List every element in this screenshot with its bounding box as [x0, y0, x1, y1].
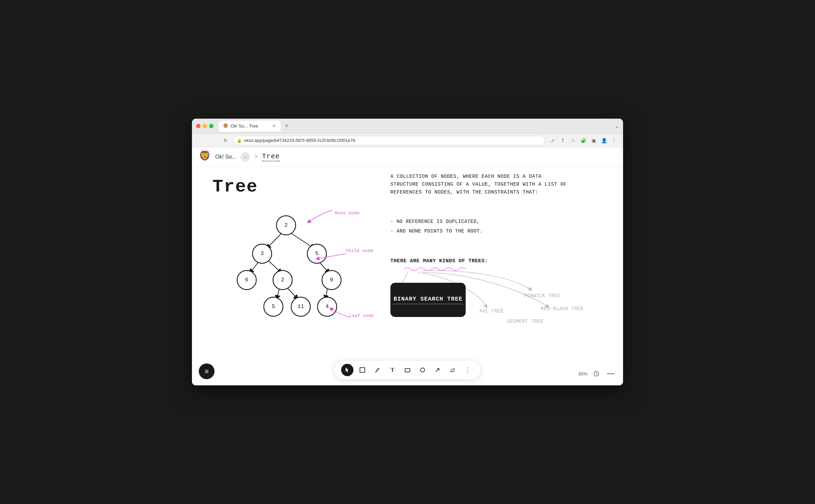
profile-button[interactable]: 👤: [599, 136, 609, 145]
cursor-icon: [344, 367, 350, 373]
bst-card-title: Binary Search Tree: [393, 296, 463, 304]
avl-tree-label: AVL Tree: [479, 308, 504, 314]
maximize-button[interactable]: [209, 124, 214, 128]
menu-button[interactable]: ⋮: [609, 136, 619, 145]
lock-icon: 🔒: [237, 138, 242, 143]
child-arrow: [295, 249, 363, 269]
eraser-tool-button[interactable]: [447, 364, 459, 376]
definition-text: A collection of nodes, where each node i…: [390, 173, 568, 197]
arrow-tool-button[interactable]: [431, 364, 444, 376]
tab-bar: 🦁 Ok! So... Tree ✕ + ⌄: [219, 121, 619, 132]
app-header: 🦁 Ok! So... ··· > Tree: [192, 147, 623, 167]
svg-text:5: 5: [272, 304, 275, 310]
circle-tool-button[interactable]: [416, 364, 429, 376]
tab-title: Ok! So... Tree: [231, 123, 269, 129]
definition-bullets: - No reference is duplicated, - and none…: [390, 217, 568, 236]
share-button[interactable]: ⤒: [558, 136, 568, 145]
zoom-out-button[interactable]: —: [605, 368, 616, 379]
address-bar[interactable]: 🔒 okso.app/page/b4734233-587f-4859-2c2f-…: [233, 136, 545, 145]
zoom-controls: 85% —: [579, 368, 616, 379]
close-button[interactable]: [196, 124, 200, 128]
svg-text:3: 3: [260, 251, 264, 257]
red-black-tree-label: Red-Black Tree: [541, 306, 584, 311]
select-tool-button[interactable]: [356, 364, 368, 376]
history-icon: [593, 371, 599, 377]
more-tools-icon: ⋮: [465, 366, 471, 374]
navbar: ← → ↻ 🔒 okso.app/page/b4734233-587f-4859…: [192, 134, 623, 147]
svg-text:9: 9: [330, 277, 333, 283]
bullet-1: - No reference is duplicated,: [390, 217, 568, 227]
menu-button[interactable]: ≡: [199, 363, 215, 379]
circle-icon: [419, 367, 426, 373]
bookmark-button[interactable]: ☆: [568, 136, 578, 145]
zoom-percentage: 85%: [579, 371, 587, 376]
forward-button[interactable]: →: [208, 136, 218, 145]
segment-tree-label: Segment Tree: [507, 319, 543, 324]
tab-dropdown-button[interactable]: ⌄: [615, 123, 619, 129]
kinds-title: There are many kinds of trees:: [390, 258, 488, 264]
address-text: okso.app/page/b4734233-587f-4859-2c2f-b0…: [244, 138, 541, 143]
browser-window: 🦁 Ok! So... Tree ✕ + ⌄ ← → ↻ 🔒 okso.app/…: [192, 119, 623, 385]
toolbar: T: [334, 361, 481, 379]
root-arrow: [288, 203, 356, 231]
svg-rect-28: [405, 369, 410, 372]
traffic-lights: [196, 124, 214, 128]
page-title: Tree: [212, 177, 258, 197]
select-icon: [359, 367, 365, 373]
svg-line-30: [436, 369, 439, 372]
bst-card[interactable]: Binary Search Tree: [390, 283, 466, 317]
extensions-button[interactable]: 🧩: [579, 136, 588, 145]
eraser-icon: [450, 367, 456, 373]
titlebar: 🦁 Ok! So... Tree ✕ + ⌄: [192, 119, 623, 134]
refresh-button[interactable]: ↻: [221, 136, 230, 145]
tab-favicon: 🦁: [223, 123, 229, 129]
svg-line-3: [267, 260, 281, 273]
pen-tool-button[interactable]: [371, 364, 384, 376]
nav-actions: ⤤ ⤒ ☆ 🧩 ▣ 👤 ⋮: [548, 136, 619, 145]
tab-close-button[interactable]: ✕: [271, 123, 276, 129]
active-tab[interactable]: 🦁 Ok! So... Tree ✕: [219, 121, 281, 132]
breadcrumb-more-button[interactable]: ···: [241, 152, 250, 162]
svg-line-1: [289, 232, 313, 248]
svg-point-29: [421, 368, 425, 372]
cursor-tool-button[interactable]: [341, 364, 353, 376]
breadcrumb-separator: >: [254, 153, 258, 160]
minimize-button[interactable]: [203, 124, 207, 128]
svg-text:11: 11: [297, 304, 304, 310]
leaf-arrow: [308, 300, 360, 324]
text-tool-button[interactable]: T: [386, 364, 399, 376]
history-button[interactable]: [591, 368, 602, 379]
rect-tool-button[interactable]: [401, 364, 414, 376]
svg-text:2: 2: [281, 277, 284, 283]
sidebar-button[interactable]: ▣: [589, 136, 598, 145]
app-name-label: Ok! So...: [215, 154, 236, 160]
text-icon: T: [391, 367, 394, 373]
menu-icon: ≡: [205, 368, 209, 375]
breadcrumb-current: Tree: [262, 152, 280, 161]
open-in-new-button[interactable]: ⤤: [548, 136, 557, 145]
arrow-icon: [435, 367, 441, 373]
logo-icon: 🦁: [199, 150, 212, 164]
back-button[interactable]: ←: [196, 136, 206, 145]
svg-line-0: [267, 232, 283, 248]
zoom-out-icon: —: [607, 370, 615, 377]
svg-text:2: 2: [284, 222, 288, 228]
rect-icon: [404, 367, 411, 373]
app-logo: 🦁 Ok! So...: [199, 150, 236, 164]
pen-icon: [374, 367, 380, 373]
more-tools-button[interactable]: ⋮: [462, 364, 474, 376]
svg-rect-26: [360, 368, 365, 372]
fenwick-tree-label: Fenwick Tree: [524, 293, 560, 299]
page-content: 🦁 Ok! So... ··· > Tree Tree A collection…: [192, 147, 623, 385]
new-tab-button[interactable]: +: [282, 121, 292, 131]
canvas-area: Tree A collection of nodes, where each n…: [192, 167, 623, 385]
bullet-2: - and none points to the root.: [390, 227, 568, 236]
svg-text:6: 6: [245, 277, 248, 283]
